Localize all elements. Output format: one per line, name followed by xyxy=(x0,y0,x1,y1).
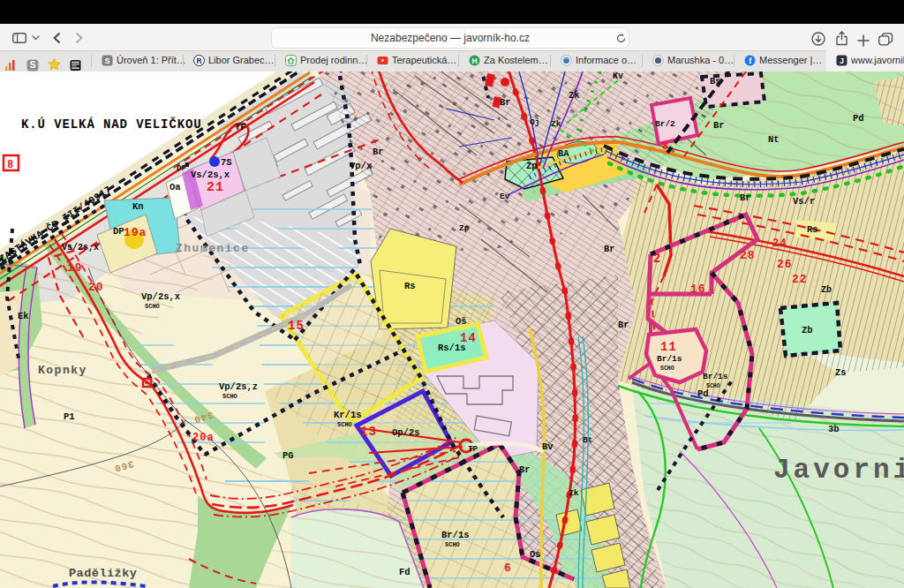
svg-text:Br: Br xyxy=(519,464,531,475)
svg-text:Vp/2s,x: Vp/2s,x xyxy=(141,291,181,302)
svg-text:TF: TF xyxy=(235,122,246,132)
svg-text:Bs: Bs xyxy=(710,76,721,87)
svg-text:Vs/2s,x: Vs/2s,x xyxy=(62,243,99,253)
svg-text:Rs: Rs xyxy=(807,224,818,235)
svg-text:Zb: Zb xyxy=(821,285,832,295)
svg-text:Br: Br xyxy=(500,97,511,108)
svg-text:11: 11 xyxy=(660,340,677,354)
svg-text:Oš: Oš xyxy=(456,316,467,327)
svg-text:Paděližky: Paděližky xyxy=(69,567,137,580)
svg-text:DP: DP xyxy=(177,164,186,173)
svg-text:Zk: Zk xyxy=(569,90,580,101)
svg-text:Oa: Oa xyxy=(170,182,181,192)
svg-text:SCHO: SCHO xyxy=(337,421,352,428)
svg-text:Ek: Ek xyxy=(18,311,29,321)
svg-text:21: 21 xyxy=(207,180,224,195)
svg-text:Rs/1s: Rs/1s xyxy=(438,343,466,353)
svg-text:Kopnky: Kopnky xyxy=(38,364,87,377)
svg-text:Vs/2s,x: Vs/2s,x xyxy=(191,170,230,180)
svg-text:Zp: Zp xyxy=(459,223,470,233)
svg-text:7S: 7S xyxy=(221,157,232,168)
svg-text:Vp/x: Vp/x xyxy=(350,161,373,171)
svg-text:20: 20 xyxy=(88,281,104,294)
svg-text:19: 19 xyxy=(67,261,83,275)
svg-text:SCHO: SCHO xyxy=(706,383,720,389)
svg-text:PG: PG xyxy=(282,450,294,461)
svg-text:Fd: Fd xyxy=(399,567,411,577)
svg-text:Br: Br xyxy=(713,120,725,131)
svg-text:Zk: Zk xyxy=(569,488,579,498)
svg-text:BA: BA xyxy=(558,148,569,159)
svg-text:Zhumenice: Zhumenice xyxy=(176,242,250,255)
svg-text:26: 26 xyxy=(777,258,793,271)
svg-text:13: 13 xyxy=(360,425,377,439)
svg-text:Kr/1s: Kr/1s xyxy=(334,410,362,420)
svg-text:Zb: Zb xyxy=(802,325,813,335)
svg-text:Os: Os xyxy=(530,549,541,560)
svg-text:Br: Br xyxy=(604,244,615,254)
svg-text:S: S xyxy=(30,60,36,70)
svg-text:Ev: Ev xyxy=(500,192,510,201)
svg-text:2: 2 xyxy=(653,252,661,266)
svg-text:8: 8 xyxy=(7,159,13,171)
svg-text:Pd: Pd xyxy=(853,113,864,124)
svg-text:Javorni: Javorni xyxy=(773,455,904,486)
svg-text:H: H xyxy=(471,57,477,65)
svg-text:Bv: Bv xyxy=(542,441,554,452)
svg-text:Bt: Bt xyxy=(583,435,592,445)
svg-text:Nt: Nt xyxy=(768,134,780,145)
svg-text:Br/2: Br/2 xyxy=(655,119,675,129)
svg-text:Br/1s: Br/1s xyxy=(441,530,470,540)
svg-text:15: 15 xyxy=(288,319,305,333)
svg-text:Vp/2s,z: Vp/2s,z xyxy=(219,381,258,392)
svg-text:24: 24 xyxy=(772,237,787,250)
svg-text:Vs/r: Vs/r xyxy=(793,196,815,207)
svg-text:Pd: Pd xyxy=(697,388,709,399)
svg-text:Br: Br xyxy=(618,320,629,330)
svg-text:R: R xyxy=(196,57,201,65)
svg-text:Br: Br xyxy=(373,147,384,157)
svg-text:Zp: Zp xyxy=(526,161,538,171)
svg-text:DP: DP xyxy=(113,226,124,237)
svg-text:6: 6 xyxy=(504,562,512,575)
svg-text:P1: P1 xyxy=(64,411,75,422)
svg-text:TP: TP xyxy=(468,445,478,454)
svg-text:S: S xyxy=(104,57,109,65)
svg-text:28: 28 xyxy=(740,249,756,262)
svg-text:Zk: Zk xyxy=(551,119,561,129)
svg-text:Br/1s: Br/1s xyxy=(703,372,728,381)
svg-text:Br/1s: Br/1s xyxy=(657,354,682,364)
svg-text:Zs: Zs xyxy=(835,367,847,378)
svg-text:SCHO: SCHO xyxy=(145,303,160,310)
svg-text:Op/2s: Op/2s xyxy=(392,427,420,438)
svg-text:Kv: Kv xyxy=(613,72,623,81)
svg-text:20a: 20a xyxy=(192,432,215,444)
svg-text:22: 22 xyxy=(792,273,808,286)
svg-text:16: 16 xyxy=(690,283,706,296)
svg-text:SCHO: SCHO xyxy=(445,541,460,548)
svg-text:3b: 3b xyxy=(828,424,840,434)
svg-text:SCHO: SCHO xyxy=(660,366,674,372)
svg-text:19a: 19a xyxy=(124,226,147,239)
svg-text:8: 8 xyxy=(662,140,669,153)
svg-text:Rs: Rs xyxy=(404,281,416,291)
svg-text:Br: Br xyxy=(740,192,751,203)
svg-text:SCHO: SCHO xyxy=(222,393,237,400)
svg-text:Kn: Kn xyxy=(132,201,144,212)
svg-text:K.Ú VELKÁ NAD VELIČKOU: K.Ú VELKÁ NAD VELIČKOU xyxy=(21,117,202,132)
svg-text:Oj: Oj xyxy=(530,117,539,127)
svg-text:J: J xyxy=(840,57,844,65)
